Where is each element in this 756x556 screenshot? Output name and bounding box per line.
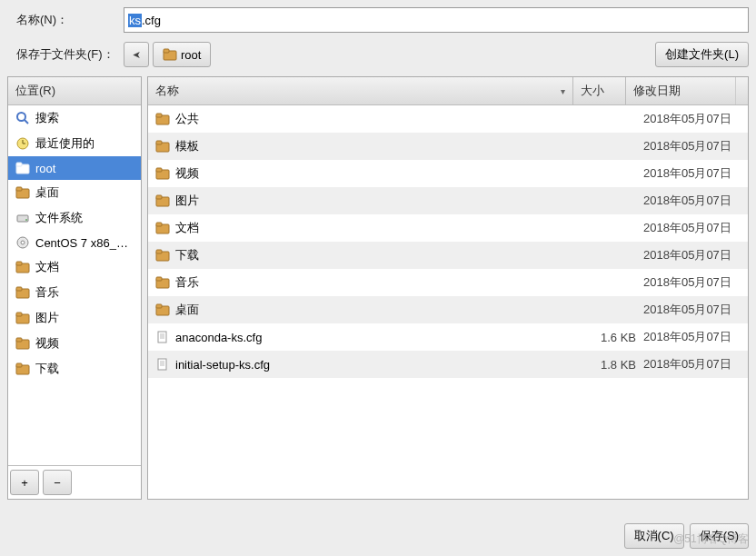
folder-icon (155, 275, 170, 290)
cancel-button[interactable]: 取消(C) (624, 523, 684, 549)
file-row[interactable]: 文档2018年05月07日 (148, 214, 748, 242)
svg-rect-10 (16, 187, 22, 191)
sidebar-item-label: CentOS 7 x86_… (35, 236, 128, 250)
file-row[interactable]: 桌面2018年05月07日 (148, 296, 748, 323)
file-name: 模板 (175, 138, 199, 154)
sidebar-item[interactable]: 音乐 (8, 280, 141, 305)
path-segment-root[interactable]: root (153, 42, 211, 67)
file-row[interactable]: anaconda-ks.cfg1.6 KB2018年05月07日 (148, 323, 748, 351)
svg-rect-34 (156, 223, 162, 226)
svg-rect-32 (156, 195, 162, 199)
svg-rect-38 (156, 277, 162, 281)
svg-rect-18 (16, 287, 22, 291)
file-list: 名称▾ 大小 修改日期 公共2018年05月07日模板2018年05月07日视频… (147, 76, 749, 500)
file-icon (155, 330, 170, 344)
folder-icon (15, 362, 30, 376)
file-name: 桌面 (175, 302, 199, 318)
folder-icon (15, 260, 30, 274)
sidebar-item-label: root (35, 162, 55, 175)
sidebar-item-label: 下载 (35, 361, 59, 377)
create-folder-button[interactable]: 创建文件夹(L) (655, 42, 749, 67)
folder-icon (15, 161, 30, 175)
sidebar-item[interactable]: 下载 (8, 356, 141, 382)
file-date: 2018年05月07日 (643, 247, 748, 263)
file-date: 2018年05月07日 (643, 356, 748, 372)
svg-rect-30 (156, 168, 162, 172)
column-header-date[interactable]: 修改日期 (626, 77, 735, 104)
svg-rect-20 (16, 313, 22, 316)
svg-rect-45 (158, 359, 166, 370)
sort-indicator-icon: ▾ (561, 86, 565, 96)
filename-selected: ks (128, 14, 142, 27)
svg-rect-36 (156, 250, 162, 253)
name-label: 名称(N)： (7, 12, 124, 28)
file-row[interactable]: 音乐2018年05月07日 (148, 269, 748, 296)
file-date: 2018年05月07日 (643, 111, 748, 127)
sidebar-item-label: 桌面 (35, 184, 59, 201)
folder-icon (155, 139, 170, 154)
file-row[interactable]: initial-setup-ks.cfg1.8 KB2018年05月07日 (148, 351, 748, 378)
sidebar-item-label: 音乐 (35, 284, 59, 301)
file-row[interactable]: 图片2018年05月07日 (148, 187, 748, 214)
file-name: 公共 (175, 111, 199, 127)
svg-rect-8 (16, 163, 22, 166)
file-date: 2018年05月07日 (643, 220, 748, 236)
file-size: 1.8 KB (591, 358, 643, 372)
sidebar-item[interactable]: 搜索 (8, 105, 141, 131)
save-button[interactable]: 保存(S) (690, 523, 749, 549)
file-date: 2018年05月07日 (643, 302, 748, 318)
svg-rect-28 (156, 141, 162, 144)
file-date: 2018年05月07日 (643, 329, 748, 345)
filename-input[interactable]: ks.cfg (124, 7, 749, 33)
file-date: 2018年05月07日 (643, 274, 748, 291)
folder-icon (163, 47, 177, 62)
disc-icon (15, 235, 30, 250)
sidebar-item-label: 图片 (35, 310, 59, 326)
places-header[interactable]: 位置(R) (8, 77, 141, 105)
file-row[interactable]: 下载2018年05月07日 (148, 242, 748, 269)
sidebar-item[interactable]: 最近使用的 (8, 131, 141, 156)
file-row[interactable]: 视频2018年05月07日 (148, 160, 748, 187)
sidebar-item-label: 最近使用的 (35, 135, 94, 152)
sidebar-item[interactable]: 文件系统 (8, 205, 141, 231)
folder-icon (155, 248, 170, 263)
svg-line-3 (25, 120, 28, 124)
svg-rect-24 (16, 363, 22, 367)
remove-bookmark-button[interactable]: − (43, 470, 72, 495)
folder-icon (155, 194, 170, 208)
file-date: 2018年05月07日 (643, 193, 748, 209)
folder-icon (15, 311, 30, 325)
column-header-size[interactable]: 大小 (573, 77, 626, 104)
file-icon (155, 357, 170, 372)
sidebar-item[interactable]: CentOS 7 x86_… (8, 231, 141, 254)
clock-icon (15, 136, 30, 151)
chevron-left-icon: ➤ (133, 49, 141, 61)
folder-icon (155, 112, 170, 126)
path-back-button[interactable]: ➤ (124, 42, 149, 67)
svg-point-14 (21, 241, 25, 244)
search-icon (15, 111, 30, 125)
file-name: 下载 (175, 247, 199, 263)
file-name: 视频 (175, 165, 199, 182)
folder-icon (155, 166, 170, 181)
file-row[interactable]: 公共2018年05月07日 (148, 105, 748, 133)
column-header-name[interactable]: 名称▾ (148, 77, 573, 104)
svg-rect-22 (16, 338, 22, 342)
sidebar-item-label: 搜索 (35, 110, 59, 126)
add-bookmark-button[interactable]: + (10, 470, 39, 495)
filename-rest: .cfg (142, 14, 161, 27)
svg-rect-40 (156, 304, 162, 308)
file-row[interactable]: 模板2018年05月07日 (148, 133, 748, 160)
sidebar-item[interactable]: 文档 (8, 254, 141, 280)
sidebar-item[interactable]: 图片 (8, 305, 141, 331)
places-sidebar: 位置(R) 搜索最近使用的root桌面文件系统CentOS 7 x86_…文档音… (7, 76, 142, 500)
svg-rect-16 (16, 262, 22, 265)
folder-icon (15, 285, 30, 300)
folder-icon (15, 185, 30, 200)
sidebar-item[interactable]: root (8, 156, 141, 180)
path-segment-label: root (181, 48, 201, 62)
svg-rect-1 (164, 49, 169, 53)
sidebar-item[interactable]: 桌面 (8, 180, 141, 205)
sidebar-item[interactable]: 视频 (8, 331, 141, 356)
file-name: anaconda-ks.cfg (175, 331, 262, 344)
